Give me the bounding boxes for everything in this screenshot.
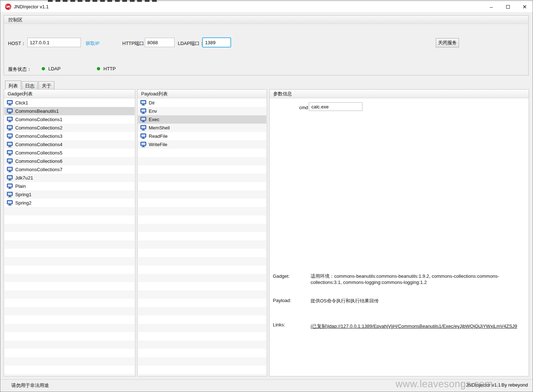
params-panel: 参数信息 cmd Gadget: 适用环境：commons-beanutils:… — [269, 89, 529, 376]
cmd-input[interactable] — [309, 102, 362, 111]
status-separator — [498, 381, 498, 388]
ldap-status-dot-icon — [42, 67, 45, 70]
payload-panel: Payload列表 Dir — [137, 89, 267, 376]
computer-icon — [7, 133, 13, 139]
gadget-item-label: CommonsCollections1 — [15, 117, 62, 122]
tab-about[interactable]: 关于 — [38, 81, 54, 90]
links-info-value: (已复制)ldap://127.0.0.1:1389/EpvahjVjjH/Co… — [311, 323, 525, 329]
status-app-name: JNDInjector v1.1 — [466, 382, 501, 388]
gadget-list-item[interactable]: Jdk7u21 — [4, 174, 135, 182]
gadget-list-item[interactable]: CommonsCollections2 — [4, 124, 135, 132]
maximize-icon — [506, 5, 510, 9]
gadget-item-label: Spring2 — [15, 200, 32, 206]
gadget-list-item[interactable]: CommonsCollections7 — [4, 165, 135, 174]
gadget-list-item[interactable]: CommonsBeanutils1 — [4, 107, 135, 115]
computer-icon — [7, 142, 13, 147]
computer-icon — [140, 125, 146, 131]
ldap-port-label: LDAP端口： — [178, 40, 204, 47]
computer-icon — [7, 167, 13, 172]
gadget-list: Click1 CommonsBeanutils1 — [4, 99, 135, 376]
gadget-item-label: Spring1 — [15, 192, 32, 197]
http-port-input[interactable] — [145, 38, 175, 47]
http-status-dot-icon — [97, 67, 100, 70]
control-group-title: 控制区 — [4, 16, 528, 24]
payload-item-label: ReadFile — [149, 133, 168, 139]
tab-log[interactable]: 日志 — [22, 81, 38, 90]
gadget-list-item[interactable]: CommonsCollections1 — [4, 115, 135, 124]
gadget-item-label: Plain — [15, 183, 26, 189]
gadget-item-label: CommonsCollections2 — [15, 125, 62, 131]
computer-icon — [7, 117, 13, 122]
close-button[interactable]: ✕ — [518, 3, 531, 11]
gadget-list-item[interactable]: CommonsCollections6 — [4, 157, 135, 165]
computer-icon — [140, 117, 146, 122]
title-bar: JNDInjector v1.1 – ✕ — [0, 2, 533, 12]
cmd-label: cmd — [291, 105, 308, 110]
gadget-item-label: CommonsCollections5 — [15, 150, 62, 156]
get-ip-link[interactable]: 获取IP — [86, 40, 99, 47]
payload-list-item[interactable]: WriteFile — [138, 140, 266, 149]
gadget-list-item[interactable]: CommonsCollections4 — [4, 140, 135, 149]
status-separator — [462, 381, 462, 388]
host-input[interactable] — [27, 38, 81, 47]
payload-list-item[interactable]: Dir — [138, 99, 266, 107]
host-label: HOST： — [8, 40, 26, 47]
close-service-button[interactable]: 关闭服务 — [436, 38, 459, 48]
status-bar: 请勿用于非法用途 JNDInjector v1.1 By rebeyond — [0, 379, 533, 390]
minimize-icon: – — [490, 4, 493, 10]
payload-info-value: 提供OS命令执行和执行结果回传 — [311, 298, 521, 304]
status-disclaimer: 请勿用于非法用途 — [11, 382, 49, 389]
maximize-button[interactable] — [502, 3, 514, 11]
tab-strip: 列表 日志 关于 — [5, 81, 55, 90]
payload-list-item[interactable]: ReadFile — [138, 132, 266, 140]
gadget-list-item[interactable]: Plain — [4, 182, 135, 190]
gadget-item-label: Click1 — [15, 100, 28, 106]
gadget-list-item[interactable]: Spring1 — [4, 190, 135, 199]
payload-info-label: Payload: — [273, 298, 291, 303]
window-title: JNDInjector v1.1 — [14, 4, 49, 9]
gadget-info-value: 适用环境：commons-beanutils:commons-beanutils… — [311, 273, 521, 285]
links-info-label: Links: — [273, 322, 285, 327]
tab-list[interactable]: 列表 — [5, 81, 21, 90]
gadget-item-label: CommonsCollections4 — [15, 142, 62, 147]
app-logo-icon — [5, 4, 11, 10]
computer-icon — [140, 142, 146, 147]
payload-item-label: MemShell — [149, 125, 170, 131]
gadget-panel: Gadget列表 Click1 — [4, 89, 135, 376]
ldap-port-input[interactable] — [202, 37, 231, 48]
computer-icon — [7, 175, 13, 181]
payload-item-label: Dir — [149, 100, 155, 106]
computer-icon — [7, 200, 13, 206]
computer-icon — [7, 100, 13, 106]
gadget-list-item[interactable]: Spring2 — [4, 199, 135, 207]
payload-list-item[interactable]: Exec — [138, 115, 266, 124]
close-icon: ✕ — [522, 4, 527, 10]
computer-icon — [140, 108, 146, 114]
computer-icon — [140, 133, 146, 139]
status-author: By rebeyond — [501, 382, 528, 388]
payload-item-label: WriteFile — [149, 142, 167, 147]
computer-icon — [7, 158, 13, 164]
computer-icon — [7, 192, 13, 197]
http-service-label: HTTP — [103, 66, 116, 71]
injection-url-link[interactable]: (已复制)ldap://127.0.0.1:1389/EpvahjVjjH/Co… — [311, 323, 517, 329]
gadget-panel-title: Gadget列表 — [4, 90, 135, 98]
payload-item-label: Exec — [149, 117, 159, 122]
gadget-item-label: CommonsCollections6 — [15, 158, 62, 164]
gadget-item-label: CommonsBeanutils1 — [15, 108, 59, 114]
gadget-list-item[interactable]: CommonsCollections5 — [4, 149, 135, 157]
gadget-list-item[interactable]: CommonsCollections3 — [4, 132, 135, 140]
payload-item-label: Env — [149, 108, 157, 114]
gadget-item-label: CommonsCollections7 — [15, 167, 62, 172]
ldap-service-label: LDAP — [48, 66, 61, 71]
payload-panel-title: Payload列表 — [138, 90, 267, 98]
app-window: JNDInjector v1.1 – ✕ 控制区 HOST： 获取IP HTTP… — [0, 0, 533, 392]
gadget-list-item[interactable]: Click1 — [4, 99, 135, 107]
computer-icon — [7, 150, 13, 156]
gadget-item-label: Jdk7u21 — [15, 175, 33, 181]
minimize-button[interactable]: – — [485, 3, 497, 11]
payload-list-item[interactable]: MemShell — [138, 124, 266, 132]
payload-list-item[interactable]: Env — [138, 107, 266, 115]
gadget-info-label: Gadget: — [273, 273, 290, 279]
params-panel-title: 参数信息 — [270, 90, 529, 98]
